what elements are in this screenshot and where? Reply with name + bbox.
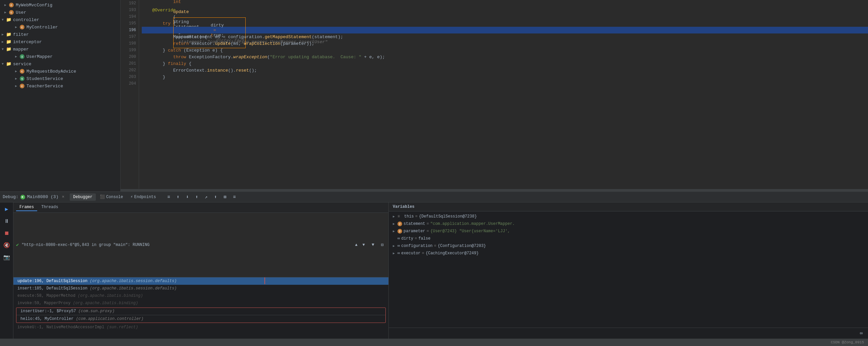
watermark: CSDN @Zong_0915	[831, 340, 864, 344]
tree-item-user[interactable]: ▶ C User	[0, 9, 120, 16]
folder-icon: 📁	[5, 32, 12, 37]
console-icon: ⬛	[100, 195, 105, 200]
thread-status-icon: ✔	[16, 242, 19, 248]
frame-package: (com.application.controller)	[76, 317, 144, 321]
debug-toolbar: ≡ ⬆ ⬇ ⬆ ↗ ⬆ ⊞ ≡	[164, 193, 238, 201]
debug-session-name: Main8080 (3)	[27, 195, 59, 200]
expand-icon	[393, 237, 398, 241]
frame-location: invoke:59, MapperProxy	[18, 301, 73, 306]
evaluate-btn[interactable]: ⬆	[212, 193, 219, 201]
var-name: configuration	[401, 244, 433, 248]
tree-item-filter[interactable]: ▶ 📁 filter	[0, 31, 120, 38]
tree-arrow: ▼	[0, 18, 5, 22]
tab-debugger[interactable]: Debugger	[70, 194, 96, 201]
rerun-btn[interactable]: ≡	[164, 193, 173, 201]
frame-location: insert:185, DefaultSqlSession	[18, 286, 90, 291]
tree-item-mycontroller[interactable]: ▶ C MyController	[0, 24, 120, 31]
var-value: "com.application.mapper.UserMapper.	[430, 221, 515, 226]
table-view-btn[interactable]: ⊞	[221, 193, 229, 201]
var-value: false	[418, 236, 430, 241]
line-num-199: 199	[121, 47, 136, 54]
infinity-icon: ∞	[398, 244, 400, 248]
code-line-199: } catch ( Exception e) {	[142, 47, 868, 54]
thread-up-btn[interactable]: ▲	[353, 242, 360, 248]
tree-item-teacherservice[interactable]: ▶ C TeacherService	[0, 82, 120, 90]
tree-item-mywebmvcconfig[interactable]: ▶ C MyWebMvcConfig	[0, 1, 120, 9]
pause-btn[interactable]: ⏸	[1, 216, 12, 227]
file-tree: ▶ C MyWebMvcConfig ▶ C User ▼ 📁 controll…	[0, 0, 121, 192]
camera-btn[interactable]: 📷	[1, 252, 12, 263]
debug-session-icon: ▶	[21, 195, 25, 200]
var-equals: =	[422, 251, 424, 256]
debug-tabs: Debugger ⬛Console ⚡Endpoints	[70, 193, 159, 201]
frame-location: hello:45, MyController	[21, 317, 76, 321]
mute-btn[interactable]: 🔇	[1, 240, 12, 251]
tree-label: controller	[13, 18, 39, 23]
tab-console[interactable]: ⬛Console	[96, 193, 126, 201]
step-out-btn[interactable]: ⬆	[193, 193, 201, 201]
tree-item-interceptor[interactable]: ▶ 📁 interceptor	[0, 38, 120, 45]
line-numbers: 192 193 194 ● 195 196 ● 💡 197 198 199 20…	[121, 0, 139, 189]
tree-arrow: ▶	[13, 77, 19, 81]
var-item-this[interactable]: ▶ ≡ this = {DefaultSqlSession@7238}	[389, 213, 868, 220]
frame-item-4[interactable]: insertUser:-1, $Proxy57 (com.sun.proxy)	[17, 308, 385, 315]
endpoints-icon: ⚡	[130, 195, 133, 200]
thread-down-btn[interactable]: ▼	[360, 242, 367, 248]
var-equals: =	[414, 236, 417, 241]
var-item-statement[interactable]: ▶ p statement = "com.application.mapper.…	[389, 220, 868, 228]
tab-endpoints[interactable]: ⚡Endpoints	[127, 193, 159, 201]
frame-item-0[interactable]: update:196, DefaultSqlSession (org.apach…	[13, 277, 389, 285]
variables-list: ▶ ≡ this = {DefaultSqlSession@7238} ▶ p …	[389, 211, 868, 327]
obj-icon: ≡	[398, 214, 403, 219]
var-item-configuration[interactable]: ▶ ∞ configuration = {Configuration@7203}	[389, 242, 868, 250]
thread-info-text: "http-nio-8080-exec-6"@5,843 in group "m…	[22, 243, 350, 247]
thread-nav: ▲ ▼	[353, 242, 367, 248]
variables-header: Variables	[389, 202, 868, 211]
tree-item-usermapper[interactable]: ▶ I UserMapper	[0, 53, 120, 60]
var-name: parameter	[403, 229, 425, 234]
infinity-btn[interactable]: ∞	[857, 329, 865, 337]
tree-item-service[interactable]: ▼ 📁 service	[0, 60, 120, 68]
thread-dropdown-btn[interactable]: ▼	[370, 242, 376, 248]
line-num-201: 201	[121, 60, 136, 67]
frame-item-3[interactable]: invoke:59, MapperProxy (org.apache.ibati…	[13, 300, 389, 307]
code-line-194: public int update ( String statement, Ob…	[142, 13, 868, 20]
frame-package: (sun.reflect)	[106, 325, 138, 330]
step-into-btn[interactable]: ⬇	[183, 193, 191, 201]
sub-tab-threads[interactable]: Threads	[38, 204, 61, 211]
tree-arrow: ▶	[13, 25, 19, 29]
code-line-202: ErrorContext . instance (). reset ();	[142, 67, 868, 74]
tree-arrow: ▶	[3, 3, 8, 7]
var-name: dirty	[401, 236, 413, 241]
var-value: {CachingExecutor@7249}	[426, 251, 478, 256]
frame-item-6[interactable]: invokeU:-1, NativeMethodAccessorImpl (su…	[13, 323, 389, 331]
tree-label: UserMapper	[27, 54, 53, 59]
run-to-cursor-btn[interactable]: ↗	[202, 193, 210, 201]
tree-item-studentservice[interactable]: ▶ S StudentService	[0, 75, 120, 82]
frame-filter-btn[interactable]: ⊟	[379, 242, 386, 248]
resume-btn[interactable]: ▶	[1, 204, 12, 214]
frame-package: (com.sun.proxy)	[79, 309, 115, 314]
sub-tab-frames[interactable]: Frames	[16, 204, 37, 211]
stop-btn[interactable]: ⏹	[1, 228, 12, 239]
tree-label: mapper	[13, 47, 29, 52]
frame-item-1[interactable]: insert:185, DefaultSqlSession (org.apach…	[13, 285, 389, 292]
frame-item-2[interactable]: execute:58, MapperMethod (org.apache.iba…	[13, 292, 389, 300]
tree-item-mapper[interactable]: ▼ 📁 mapper	[0, 45, 120, 53]
tree-item-controller[interactable]: ▼ 📁 controller	[0, 16, 120, 24]
tree-arrow: ▼	[0, 62, 5, 66]
settings-btn[interactable]: ≡	[230, 193, 238, 201]
var-item-dirty[interactable]: ∞ dirty = false	[389, 235, 868, 242]
close-icon[interactable]: ×	[62, 195, 64, 200]
var-item-parameter[interactable]: ▶ p parameter = {User@7243} "User{userNa…	[389, 228, 868, 235]
frame-location: invokeU:-1, NativeMethodAccessorImpl	[18, 325, 106, 330]
tree-item-myrequestbodyadvice[interactable]: ▶ C MyRequestBodyAdvice	[0, 68, 120, 75]
boxed-frames: insertUser:-1, $Proxy57 (com.sun.proxy) …	[16, 308, 386, 323]
code-line-198: return executor. update (ms, wrapCollect…	[142, 40, 868, 47]
code-line-204	[142, 80, 868, 87]
code-scrollbar[interactable]	[121, 189, 868, 192]
var-item-executor[interactable]: ▶ ∞ executor = {CachingExecutor@7249}	[389, 250, 868, 257]
frame-item-5[interactable]: hello:45, MyController (com.application.…	[17, 315, 385, 322]
step-over-btn[interactable]: ⬆	[174, 193, 182, 201]
infinity-icon: ∞	[398, 236, 400, 241]
